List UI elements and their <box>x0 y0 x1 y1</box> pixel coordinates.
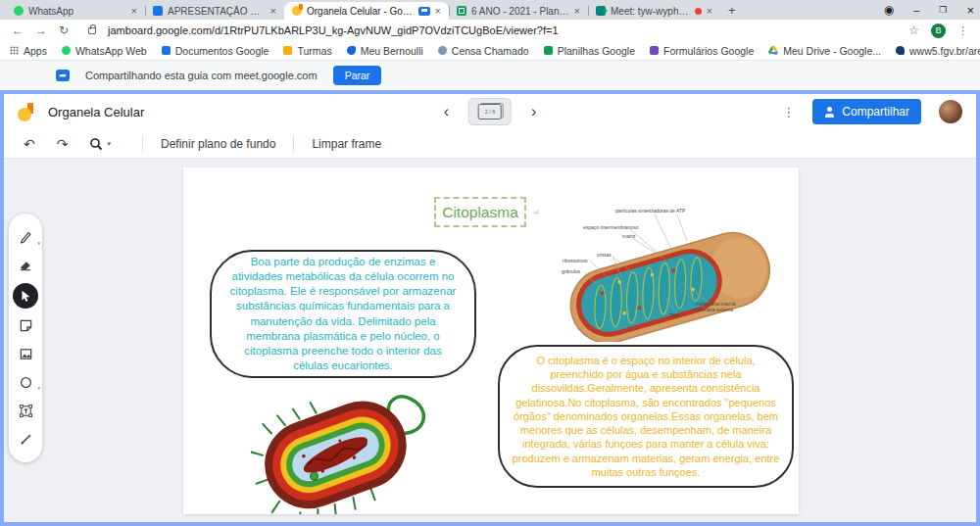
mitochondria-illustration <box>562 202 777 342</box>
close-tab-icon[interactable]: × <box>574 6 580 17</box>
chevron-down-icon: ▾ <box>37 385 40 391</box>
docs-icon <box>162 46 171 55</box>
reload-icon[interactable]: ↻ <box>59 24 69 37</box>
next-frame-icon[interactable]: › <box>531 104 536 120</box>
address-bar-actions: ☆ B ⋮ <box>908 24 968 38</box>
pen-tool[interactable]: ▾ <box>15 226 36 248</box>
zoom-control[interactable]: ▾ <box>89 137 111 151</box>
tab-apresentacao[interactable]: APRESENTAÇÃO CAPÍTULO 2 × <box>145 2 284 20</box>
media-controls-icon[interactable]: ◉ <box>884 3 894 17</box>
speech-bubble-citoplasma-1[interactable]: Boa parte da produção de enzimas e ativi… <box>210 250 476 378</box>
bookmarks-bar: Apps WhatsApp Web Documentos Google Turm… <box>0 41 980 61</box>
jamboard-header: Organela Celular ‹ 2 / 6 › ⋮ Compartilha… <box>4 94 976 129</box>
bookmark-label: Meu Bernoulli <box>361 45 423 57</box>
tab-planilhas[interactable]: 6 ANO - 2021 - Planilhas Google × <box>449 2 588 20</box>
person-add-icon <box>824 107 835 118</box>
tab-title: APRESENTAÇÃO CAPÍTULO 2 <box>168 6 266 17</box>
sharing-message: Compartilhando esta guia com meet.google… <box>85 70 318 81</box>
new-tab-button[interactable]: + <box>728 3 736 18</box>
tab-title: Meet: tyw-wyph-nac <box>611 6 690 17</box>
minimize-button[interactable]: – <box>913 4 919 16</box>
previous-frame-icon[interactable]: ‹ <box>444 104 449 120</box>
user-avatar[interactable] <box>939 100 962 123</box>
mito-label-matriz: matriz <box>622 233 636 239</box>
share-button[interactable]: Compartilhar <box>812 99 921 124</box>
insert-image-tool[interactable] <box>15 343 36 364</box>
bookmark-documentos[interactable]: Documentos Google <box>162 45 270 57</box>
tab-organela-celular-active[interactable]: Organela Celular - Google Ja × <box>284 2 449 20</box>
bubble1-text: Boa parte da produção de enzimas e ativi… <box>225 255 461 373</box>
bookmark-label: Formulários Google <box>663 45 754 57</box>
jamboard-logo-icon[interactable] <box>18 103 34 121</box>
stray-mark <box>533 209 538 214</box>
tool-palette: ▾ ▾ <box>9 214 42 462</box>
speech-bubble-citoplasma-2[interactable]: O citoplasma é o espaço no interior de c… <box>498 345 794 488</box>
bookmark-label: Meu Drive - Google... <box>783 45 881 57</box>
close-tab-icon[interactable]: × <box>131 6 137 17</box>
tab-sharing-bar: ➦ Compartilhando esta guia com meet.goog… <box>0 61 980 90</box>
mito-label-atp: partículas sintetizadoras de ATP <box>615 208 685 214</box>
bookmark-whatsapp-web[interactable]: WhatsApp Web <box>62 45 147 57</box>
frame-navigation: ‹ 2 / 6 › <box>444 94 537 129</box>
bookmark-label: www5.fgv.br/aread... <box>909 45 980 57</box>
text-box-tool[interactable] <box>15 400 36 421</box>
profile-avatar[interactable]: B <box>931 24 946 38</box>
jam-more-menu-icon[interactable]: ⋮ <box>782 105 795 120</box>
bookmark-planilhas[interactable]: Planilhas Google <box>544 45 635 57</box>
jamboard-app: Organela Celular ‹ 2 / 6 › ⋮ Compartilha… <box>0 90 980 526</box>
tab-title: 6 ANO - 2021 - Planilhas Google <box>471 6 569 17</box>
recording-dot-icon <box>695 8 702 15</box>
frame-bar-button[interactable]: 2 / 6 <box>468 98 512 125</box>
secure-lock-icon[interactable] <box>88 27 96 34</box>
window-controls: ◉ – ❐ × <box>884 0 974 20</box>
tab-title: WhatsApp <box>28 6 126 17</box>
clear-frame-button[interactable]: Limpar frame <box>308 137 385 151</box>
bacteria-illustration <box>251 391 434 514</box>
document-title[interactable]: Organela Celular <box>48 105 144 120</box>
select-tool-active[interactable] <box>13 283 38 309</box>
mito-label-cristas: cristas <box>597 252 611 258</box>
close-tab-icon[interactable]: × <box>270 6 276 17</box>
mito-label-dna: DNA <box>669 312 680 318</box>
shape-tool[interactable]: ▾ <box>15 371 36 393</box>
bacteria-cell-image[interactable] <box>251 391 434 514</box>
bookmark-censa[interactable]: Censa Chamado <box>438 45 529 57</box>
sheets-icon <box>544 46 553 55</box>
forms-icon <box>650 46 659 55</box>
bookmark-label: Apps <box>24 45 47 57</box>
bookmark-turmas[interactable]: Turmas <box>283 45 331 57</box>
undo-icon[interactable]: ↶ <box>24 136 35 152</box>
url-text[interactable]: jamboard.google.com/d/1RtrPU7LKbARLP3U_k… <box>108 24 558 36</box>
tab-meet[interactable]: Meet: tyw-wyph-nac × <box>588 2 720 20</box>
mitochondria-image[interactable]: partículas sintetizadoras de ATP espaço … <box>562 202 777 342</box>
close-window-button[interactable]: × <box>966 3 974 18</box>
image-icon <box>19 347 33 361</box>
forward-icon[interactable]: → <box>35 24 47 37</box>
laser-tool[interactable] <box>15 428 36 450</box>
close-tab-icon[interactable]: × <box>707 6 712 17</box>
sticky-note-icon <box>19 318 33 333</box>
chevron-down-icon[interactable]: ▾ <box>107 140 111 148</box>
bookmark-bernoulli[interactable]: Meu Bernoulli <box>347 45 423 57</box>
bookmark-drive[interactable]: Meu Drive - Google... <box>768 45 881 57</box>
back-icon[interactable]: ← <box>12 24 24 37</box>
stop-sharing-button[interactable]: Parar <box>333 66 382 85</box>
restore-button[interactable]: ❐ <box>939 5 947 15</box>
close-tab-icon[interactable]: × <box>435 6 441 17</box>
frame-title-box[interactable]: Citoplasma <box>434 197 526 227</box>
jam-frame[interactable]: Citoplasma Boa parte da produção de enzi… <box>183 167 799 514</box>
bookmark-star-icon[interactable]: ☆ <box>908 24 919 37</box>
bookmark-fgv[interactable]: www5.fgv.br/aread... <box>896 45 980 57</box>
bookmark-formularios[interactable]: Formulários Google <box>650 45 754 57</box>
set-background-button[interactable]: Definir plano de fundo <box>157 137 279 151</box>
eraser-tool[interactable] <box>15 255 36 276</box>
mito-label-ribossomos: ribossomos <box>563 258 588 263</box>
chevron-down-icon: ▾ <box>37 240 40 246</box>
sticky-note-tool[interactable] <box>15 315 36 337</box>
jamboard-canvas: ▾ ▾ <box>4 159 976 522</box>
tab-whatsapp[interactable]: WhatsApp × <box>6 2 145 20</box>
browser-menu-icon[interactable]: ⋮ <box>957 24 968 37</box>
redo-icon[interactable]: ↷ <box>57 136 69 152</box>
pen-icon <box>19 229 33 244</box>
bookmark-apps[interactable]: Apps <box>10 45 47 57</box>
